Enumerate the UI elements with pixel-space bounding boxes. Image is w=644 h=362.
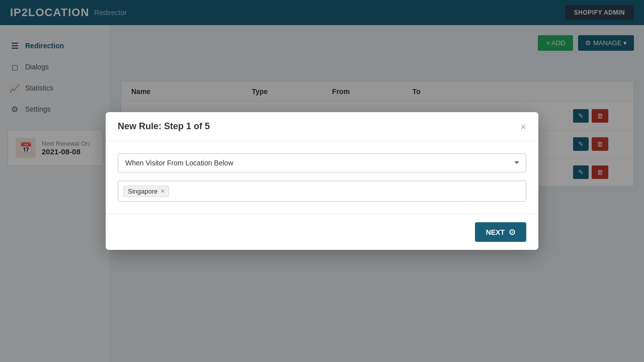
next-button-label: NEXT: [486, 228, 505, 236]
next-button-icon: ⊙: [509, 227, 515, 237]
tag-remove-singapore[interactable]: ×: [160, 188, 165, 195]
modal-body: When Visitor From Location Below When Vi…: [106, 141, 538, 214]
condition-dropdown[interactable]: When Visitor From Location Below When Vi…: [118, 153, 526, 172]
tag-text-input[interactable]: [172, 187, 521, 195]
new-rule-modal: New Rule: Step 1 of 5 × When Visitor Fro…: [106, 112, 538, 250]
modal-header: New Rule: Step 1 of 5 ×: [106, 112, 538, 141]
modal-overlay: New Rule: Step 1 of 5 × When Visitor Fro…: [0, 0, 644, 362]
tag-singapore: Singapore ×: [123, 186, 169, 197]
modal-footer: NEXT ⊙: [106, 214, 538, 250]
modal-close-button[interactable]: ×: [520, 122, 526, 132]
tag-label-singapore: Singapore: [128, 188, 157, 195]
modal-title: New Rule: Step 1 of 5: [118, 121, 210, 132]
location-tag-input[interactable]: Singapore ×: [118, 180, 526, 202]
next-button[interactable]: NEXT ⊙: [475, 222, 526, 242]
